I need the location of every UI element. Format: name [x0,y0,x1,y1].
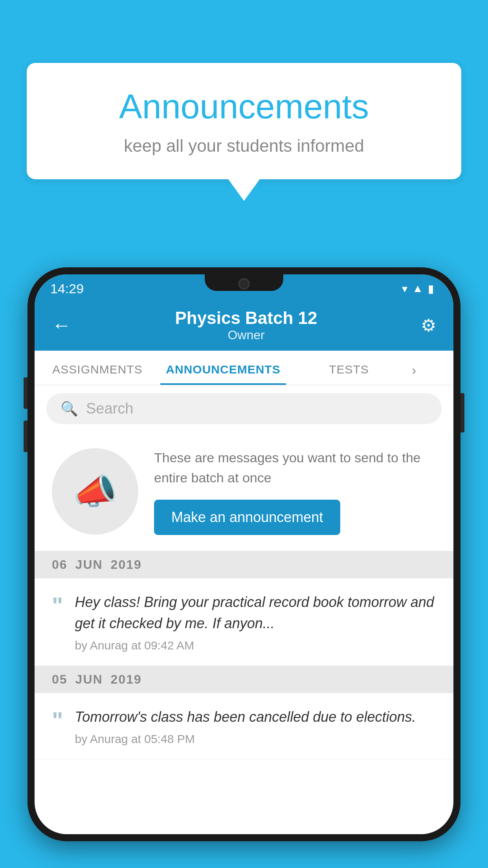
quote-icon-1: " [52,594,63,618]
batch-title: Physics Batch 12 [175,308,317,328]
date-day-1: 06 [52,557,68,572]
search-icon: 🔍 [61,401,78,417]
date-month-1: JUN [75,557,103,572]
announcement-text-2: Tomorrow's class has been cancelled due … [75,706,416,728]
settings-icon[interactable]: ⚙ [421,315,436,335]
phone-notch [205,274,283,291]
promo-right: These are messages you want to send to t… [154,448,436,535]
announcement-content-1: Hey class! Bring your practical record b… [75,592,436,652]
tab-assignments[interactable]: ASSIGNMENTS [35,363,160,385]
announcement-text-1: Hey class! Bring your practical record b… [75,592,436,634]
announcement-meta-2: by Anurag at 05:48 PM [75,732,416,746]
megaphone-circle: 📣 [52,448,138,535]
battery-icon: ▮ [428,282,434,295]
volume-down-button [24,421,28,452]
search-bar: 🔍 Search [35,385,453,432]
speech-bubble-arrow [228,179,260,201]
date-day-2: 05 [52,672,68,687]
tab-more[interactable]: › [412,362,453,385]
volume-up-button [24,377,28,409]
announcement-content-2: Tomorrow's class has been cancelled due … [75,706,416,746]
search-input-wrapper[interactable]: 🔍 Search [46,393,442,424]
tab-tests[interactable]: TESTS [286,363,412,385]
make-announcement-button[interactable]: Make an announcement [154,500,340,535]
quote-icon-2: " [52,709,63,732]
date-year-2: 2019 [111,672,142,687]
wifi-icon: ▾ [402,282,407,295]
status-icons: ▾ ▲ ▮ [402,282,434,295]
search-placeholder: Search [86,400,133,417]
date-separator-2: 05 JUN 2019 [35,666,453,693]
front-camera [238,278,250,289]
announcement-item-1[interactable]: " Hey class! Bring your practical record… [35,578,453,666]
batch-subtitle: Owner [175,328,317,342]
date-separator-1: 06 JUN 2019 [35,551,453,578]
signal-icon: ▲ [412,282,423,295]
announcement-meta-1: by Anurag at 09:42 AM [75,639,436,652]
promo-block: 📣 These are messages you want to send to… [35,432,453,551]
date-month-2: JUN [75,672,103,687]
status-time: 14:29 [50,281,84,296]
tabs-bar: ASSIGNMENTS ANNOUNCEMENTS TESTS › [35,351,453,385]
promo-description: These are messages you want to send to t… [154,448,436,488]
date-year-1: 2019 [111,557,142,572]
megaphone-icon: 📣 [73,471,117,512]
speech-bubble-container: Announcements keep all your students inf… [27,63,461,201]
speech-bubble-title: Announcements [58,86,430,127]
app-header: ← Physics Batch 12 Owner ⚙ [35,300,453,351]
tab-announcements[interactable]: ANNOUNCEMENTS [160,363,286,385]
phone-container: 14:29 ▾ ▲ ▮ ← Physics Batch 12 Owner ⚙ A… [28,267,460,841]
announcement-item-2[interactable]: " Tomorrow's class has been cancelled du… [35,693,453,760]
power-button [460,393,464,432]
speech-bubble: Announcements keep all your students inf… [27,63,461,179]
speech-bubble-subtitle: keep all your students informed [58,136,430,156]
header-title-group: Physics Batch 12 Owner [175,308,317,342]
phone-outer: 14:29 ▾ ▲ ▮ ← Physics Batch 12 Owner ⚙ A… [28,267,460,841]
back-button[interactable]: ← [52,314,72,337]
phone-screen: 14:29 ▾ ▲ ▮ ← Physics Batch 12 Owner ⚙ A… [35,274,453,834]
